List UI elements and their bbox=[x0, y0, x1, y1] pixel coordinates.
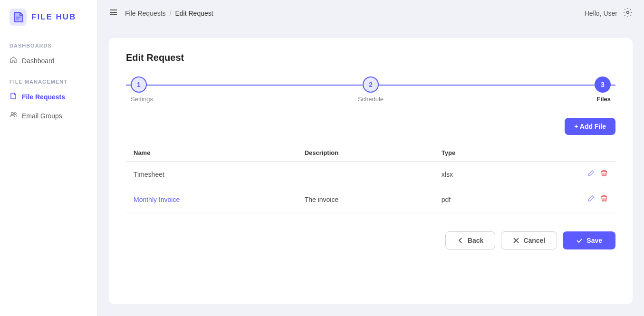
card-footer: Back Cancel Save bbox=[126, 231, 615, 249]
svg-point-2 bbox=[14, 113, 16, 115]
stepper-steps: 1 Settings 2 Schedule 3 Files bbox=[126, 77, 615, 103]
content-area: Edit Request 1 Settings 2 Schedule 3 bbox=[97, 27, 644, 316]
breadcrumb-separator: / bbox=[170, 10, 172, 17]
breadcrumb: File Requests / Edit Request bbox=[125, 10, 213, 17]
cancel-icon bbox=[513, 237, 519, 244]
save-button-label: Save bbox=[586, 237, 602, 244]
sidebar: FILE HUB DASHBOARDS Dashboard FILE MANAG… bbox=[0, 0, 97, 316]
breadcrumb-current: Edit Request bbox=[175, 10, 213, 17]
back-arrow-icon bbox=[457, 237, 464, 244]
sidebar-item-file-requests-label: File Requests bbox=[22, 93, 65, 101]
step-2-label: Schedule bbox=[358, 96, 384, 103]
delete-row-2-icon[interactable] bbox=[600, 195, 608, 204]
people-icon bbox=[10, 111, 17, 121]
app-logo: FILE HUB bbox=[0, 0, 97, 34]
step-3-circle: 3 bbox=[595, 77, 611, 93]
checkmark-icon bbox=[576, 237, 583, 244]
greeting-text: Hello, User bbox=[585, 10, 617, 17]
sidebar-item-email-groups[interactable]: Email Groups bbox=[0, 106, 97, 125]
col-name: Name bbox=[126, 144, 297, 162]
step-1-circle: 1 bbox=[131, 77, 147, 93]
step-2: 2 Schedule bbox=[291, 77, 451, 103]
step-1: 1 Settings bbox=[126, 77, 291, 103]
sidebar-item-dashboard-label: Dashboard bbox=[22, 57, 55, 65]
delete-row-1-icon[interactable] bbox=[600, 170, 608, 179]
row-1-type: xlsx bbox=[434, 162, 515, 187]
home-icon bbox=[10, 56, 17, 66]
row-2-actions bbox=[515, 187, 615, 212]
back-button-label: Back bbox=[468, 237, 483, 244]
main-area: File Requests / Edit Request Hello, User… bbox=[97, 0, 644, 316]
row-2-type: pdf bbox=[434, 187, 515, 212]
sidebar-item-email-groups-label: Email Groups bbox=[22, 112, 62, 120]
edit-row-2-icon[interactable] bbox=[587, 195, 595, 204]
sidebar-item-dashboard[interactable]: Dashboard bbox=[0, 51, 97, 70]
table-row: Timesheet xlsx bbox=[126, 162, 615, 187]
topbar-right: Hello, User bbox=[585, 8, 633, 19]
svg-point-3 bbox=[627, 11, 629, 13]
row-2-name[interactable]: Monthly Invoice bbox=[126, 187, 297, 212]
file-icon bbox=[10, 92, 17, 102]
save-button[interactable]: Save bbox=[563, 231, 615, 249]
edit-row-1-icon[interactable] bbox=[587, 170, 595, 179]
page-title: Edit Request bbox=[126, 52, 615, 63]
sidebar-item-file-requests[interactable]: File Requests bbox=[0, 87, 97, 106]
step-3-label: Files bbox=[596, 96, 611, 103]
cancel-button-label: Cancel bbox=[523, 237, 545, 244]
section-label-file-management: FILE MANAGEMENT bbox=[0, 70, 97, 87]
back-button[interactable]: Back bbox=[445, 231, 495, 249]
topbar: File Requests / Edit Request Hello, User bbox=[97, 0, 644, 27]
col-type: Type bbox=[434, 144, 515, 162]
step-2-circle: 2 bbox=[363, 77, 379, 93]
col-actions bbox=[515, 144, 615, 162]
row-1-actions bbox=[515, 162, 615, 187]
menu-icon[interactable] bbox=[109, 8, 118, 19]
stepper: 1 Settings 2 Schedule 3 Files bbox=[126, 77, 615, 103]
section-label-dashboards: DASHBOARDS bbox=[0, 34, 97, 51]
cancel-button[interactable]: Cancel bbox=[501, 231, 557, 249]
svg-point-1 bbox=[11, 113, 14, 115]
row-1-name: Timesheet bbox=[126, 162, 297, 187]
files-table: Name Description Type Timesheet xlsx bbox=[126, 144, 615, 212]
breadcrumb-parent[interactable]: File Requests bbox=[125, 10, 166, 17]
step-1-label: Settings bbox=[131, 96, 153, 103]
row-2-description: The invoice bbox=[297, 187, 434, 212]
col-description: Description bbox=[297, 144, 434, 162]
table-row: Monthly Invoice The invoice pdf bbox=[126, 187, 615, 212]
main-card: Edit Request 1 Settings 2 Schedule 3 bbox=[109, 38, 633, 304]
app-name: FILE HUB bbox=[31, 12, 76, 22]
settings-icon[interactable] bbox=[623, 8, 633, 19]
logo-icon bbox=[10, 9, 27, 26]
step-3: 3 Files bbox=[451, 77, 615, 103]
row-1-description bbox=[297, 162, 434, 187]
add-file-button[interactable]: + Add File bbox=[565, 118, 615, 135]
topbar-left: File Requests / Edit Request bbox=[109, 8, 213, 19]
